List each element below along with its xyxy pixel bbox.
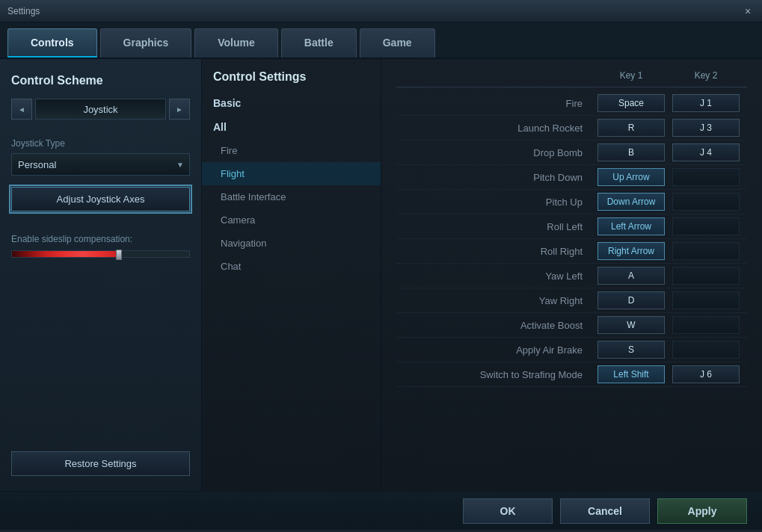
binding-name: Fire	[396, 98, 597, 109]
key1-button[interactable]: R	[597, 119, 665, 137]
key1-button[interactable]: Right Arrow	[597, 242, 665, 260]
adjust-joystick-axes-button[interactable]: Adjust Joystick Axes	[11, 187, 190, 211]
left-panel: Control Scheme ◄ Joystick ► Joystick Typ…	[0, 59, 202, 491]
table-row: Pitch Down Up Arrow	[396, 165, 747, 190]
table-row: Activate Boost W	[396, 313, 747, 338]
key2-button[interactable]: J 1	[672, 94, 740, 112]
category-fire[interactable]: Fire	[202, 139, 381, 162]
binding-name: Yaw Right	[396, 295, 597, 306]
key1-button[interactable]: Up Arrow	[597, 168, 665, 186]
key1-header: Key 1	[597, 70, 672, 81]
key1-button[interactable]: Left Arrow	[597, 217, 665, 235]
table-row: Launch Rocket R J 3	[396, 116, 747, 140]
right-panel: Key 1 Key 2 Fire Space J 1 Launch Rocket…	[381, 59, 762, 491]
table-row: Apply Air Brake S	[396, 338, 747, 362]
key2-button[interactable]	[672, 341, 740, 359]
tab-graphics[interactable]: Graphics	[100, 28, 192, 58]
binding-name: Launch Rocket	[396, 123, 597, 134]
table-row: Pitch Up Down Arrow	[396, 190, 747, 214]
category-all[interactable]: All	[202, 115, 381, 139]
key1-button[interactable]: Space	[597, 94, 665, 112]
key2-button[interactable]	[672, 316, 740, 334]
binding-name: Activate Boost	[396, 320, 597, 331]
key1-button[interactable]: B	[597, 143, 665, 161]
right-panel-inner: Key 1 Key 2 Fire Space J 1 Launch Rocket…	[381, 59, 762, 398]
key2-button[interactable]	[672, 242, 740, 260]
close-button[interactable]: ×	[741, 4, 755, 18]
key2-button[interactable]: J 6	[672, 365, 740, 383]
table-row: Switch to Strafing Mode Left Shift J 6	[396, 362, 747, 387]
joystick-prev-button[interactable]: ◄	[11, 99, 32, 120]
key1-button[interactable]: A	[597, 267, 665, 285]
binding-name: Switch to Strafing Mode	[396, 369, 597, 380]
table-row: Yaw Right D	[396, 288, 747, 313]
enable-sideslip-label: Enable sideslip compensation:	[11, 234, 190, 244]
key2-button[interactable]: J 3	[672, 119, 740, 137]
tab-game[interactable]: Game	[360, 28, 435, 58]
binding-name: Pitch Up	[396, 197, 597, 208]
title-bar: Settings ×	[0, 0, 762, 22]
category-basic[interactable]: Basic	[202, 91, 381, 115]
binding-name: Apply Air Brake	[396, 344, 597, 356]
joystick-type-select[interactable]: Personal Standard Custom	[11, 153, 190, 176]
key1-button[interactable]: Down Arrow	[597, 193, 665, 211]
key1-button[interactable]: S	[597, 341, 665, 359]
apply-button[interactable]: Apply	[657, 498, 747, 524]
key1-button[interactable]: D	[597, 291, 665, 309]
table-row: Roll Left Left Arrow	[396, 214, 747, 239]
table-row: Drop Bomb B J 4	[396, 140, 747, 165]
category-flight[interactable]: Flight	[202, 162, 381, 185]
control-scheme-title: Control Scheme	[11, 74, 190, 87]
control-settings-title: Control Settings	[202, 59, 381, 91]
binding-name: Roll Left	[396, 221, 597, 232]
tab-volume[interactable]: Volume	[194, 28, 278, 58]
key1-button[interactable]: Left Shift	[597, 365, 665, 383]
category-camera[interactable]: Camera	[202, 208, 381, 232]
cancel-button[interactable]: Cancel	[560, 498, 650, 524]
slider-thumb	[116, 250, 122, 260]
sideslip-slider[interactable]	[11, 250, 190, 258]
key2-button[interactable]: J 4	[672, 143, 740, 161]
binding-name: Pitch Down	[396, 172, 597, 183]
keys-header: Key 1 Key 2	[396, 70, 747, 87]
main-content: Control Scheme ◄ Joystick ► Joystick Typ…	[0, 59, 762, 491]
tabs-bar: Controls Graphics Volume Battle Game	[0, 22, 762, 59]
key1-button[interactable]: W	[597, 316, 665, 334]
category-chat[interactable]: Chat	[202, 255, 381, 278]
table-row: Fire Space J 1	[396, 91, 747, 116]
table-row: Roll Right Right Arrow	[396, 239, 747, 264]
key2-button[interactable]	[672, 291, 740, 309]
binding-name: Roll Right	[396, 246, 597, 257]
key2-button[interactable]	[672, 193, 740, 211]
middle-panel: Control Settings Basic All Fire Flight B…	[202, 59, 381, 491]
key2-button[interactable]	[672, 267, 740, 285]
tab-battle[interactable]: Battle	[281, 28, 357, 58]
category-battle-interface[interactable]: Battle Interface	[202, 185, 381, 208]
table-row: Yaw Left A	[396, 264, 747, 288]
key2-button[interactable]	[672, 217, 740, 235]
ok-button[interactable]: OK	[463, 498, 553, 524]
joystick-label: Joystick	[35, 99, 166, 120]
joystick-type-label: Joystick Type	[11, 138, 190, 149]
binding-name: Yaw Left	[396, 270, 597, 282]
key2-header: Key 2	[672, 70, 747, 81]
restore-settings-button[interactable]: Restore Settings	[11, 451, 190, 476]
bottom-bar: OK Cancel Apply	[0, 491, 762, 530]
window-title: Settings	[7, 6, 40, 16]
binding-name: Drop Bomb	[396, 147, 597, 158]
key2-button[interactable]	[672, 168, 740, 186]
joystick-type-wrapper: Personal Standard Custom	[11, 153, 190, 176]
tab-controls[interactable]: Controls	[7, 28, 97, 58]
joystick-selector: ◄ Joystick ►	[11, 99, 190, 120]
slider-track	[11, 250, 190, 258]
category-navigation[interactable]: Navigation	[202, 232, 381, 255]
joystick-next-button[interactable]: ►	[169, 99, 190, 120]
